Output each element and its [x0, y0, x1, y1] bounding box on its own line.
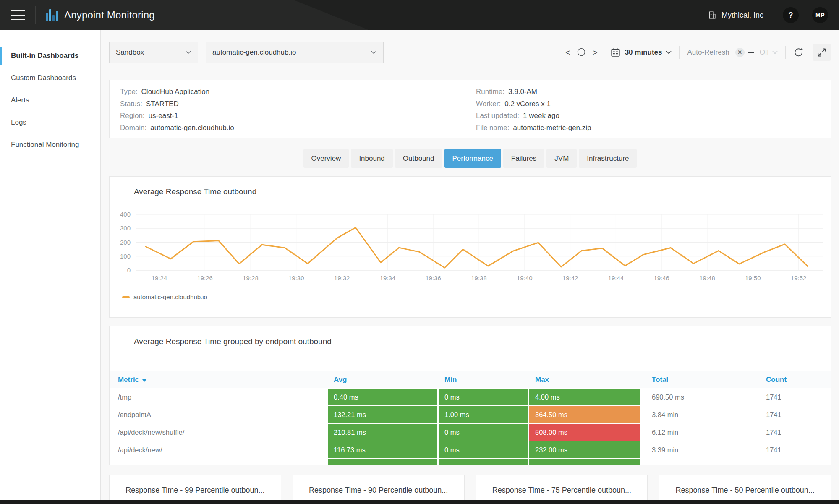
table-row: /api/deck/new/116.73 ms0 ms232.00 ms3.39…: [110, 441, 831, 459]
avatar[interactable]: MP: [812, 7, 828, 23]
tab-infrastructure[interactable]: Infrastructure: [579, 149, 637, 168]
table-header-max[interactable]: Max: [529, 371, 642, 388]
info-value: 0.2 vCores x 1: [504, 98, 551, 110]
max-cell: 364.50 ms: [529, 406, 640, 423]
auto-refresh-interval-select[interactable]: Off: [760, 48, 778, 57]
auto-refresh-toggle[interactable]: ✕: [735, 48, 754, 57]
sidebar-item-built-in-dashboards[interactable]: Built-in Dashboards: [0, 44, 100, 67]
svg-text:19:42: 19:42: [562, 274, 578, 282]
svg-text:19:50: 19:50: [745, 274, 761, 282]
count-cell: 1741: [756, 441, 831, 459]
info-label: Status:: [120, 98, 142, 110]
bar-chart-logo-icon: [46, 9, 58, 21]
sidebar-item-functional-monitoring[interactable]: Functional Monitoring: [0, 133, 100, 156]
calendar-icon: [610, 47, 621, 57]
time-back-button[interactable]: <: [563, 47, 573, 57]
endpoint-table-panel: Average Response Time grouped by endpoin…: [109, 326, 831, 465]
max-cell: 232.00 ms: [529, 441, 640, 458]
environment-select[interactable]: Sandbox: [109, 42, 198, 63]
chart-line-series: [146, 227, 808, 268]
svg-text:19:28: 19:28: [243, 274, 259, 282]
sidebar-item-logs[interactable]: Logs: [0, 111, 100, 133]
metric-cell: /api/deck/new/shuffle/: [110, 423, 328, 441]
table-header-row: MetricAvgMinMaxTotalCount: [110, 371, 831, 388]
line-chart: 010020030040019:2419:2619:2819:3019:3219…: [110, 208, 831, 287]
table-header-min[interactable]: Min: [439, 371, 529, 388]
application-select[interactable]: automatic-gen.cloudhub.io: [206, 42, 384, 63]
toolbar-divider: [785, 46, 786, 59]
refresh-icon: [793, 47, 804, 58]
min-cell: 1.00 ms: [439, 406, 528, 423]
table-row: /api/deck/new/shuffle/210.81 ms0 ms508.0…: [110, 423, 831, 441]
total-cell: 690.50 ms: [642, 388, 756, 406]
svg-text:19:36: 19:36: [425, 274, 441, 282]
fullscreen-expand-icon: [817, 47, 827, 57]
time-forward-button[interactable]: >: [590, 47, 600, 57]
clear-x-icon[interactable]: ✕: [735, 48, 745, 57]
info-value: CloudHub Application: [141, 86, 210, 98]
sort-caret-icon: [142, 379, 146, 382]
info-field-type: Type:CloudHub Application: [120, 86, 234, 98]
percentile-card-title: Response Time - 50 Percentile outboun...: [659, 475, 831, 495]
min-cell: 1.00 ms: [439, 459, 528, 465]
max-cell: 4.00 ms: [529, 389, 640, 405]
chevron-down-icon: [371, 50, 377, 54]
zoom-out-button[interactable]: [576, 47, 587, 58]
table-header-count[interactable]: Count: [756, 371, 831, 388]
info-label: Domain:: [120, 122, 146, 134]
legend-item[interactable]: automatic-gen.cloudhub.io: [122, 293, 207, 300]
svg-text:19:30: 19:30: [288, 274, 304, 282]
svg-text:19:52: 19:52: [791, 274, 807, 282]
dashboard-toolbar: Sandbox automatic-gen.cloudhub.io <: [109, 42, 831, 63]
hamburger-menu-icon[interactable]: [11, 10, 25, 20]
svg-text:19:24: 19:24: [152, 274, 167, 282]
svg-text:19:46: 19:46: [653, 274, 669, 282]
tab-jvm[interactable]: JVM: [546, 149, 577, 168]
magnifier-minus-icon: [576, 47, 587, 58]
min-cell: 0 ms: [439, 389, 528, 405]
tab-inbound[interactable]: Inbound: [351, 149, 392, 168]
application-info-panel: Type:CloudHub ApplicationStatus:STARTEDR…: [109, 80, 831, 138]
fullscreen-button[interactable]: [813, 44, 831, 61]
table-row: /tmp0.40 ms0 ms4.00 ms690.50 ms1741: [110, 388, 831, 406]
svg-text:0: 0: [127, 266, 131, 274]
count-cell: 1741: [756, 423, 831, 441]
metric-cell: /tmp: [110, 388, 328, 406]
table-header-total[interactable]: Total: [642, 371, 756, 388]
toggle-dash-icon: [748, 52, 754, 53]
avg-cell: 0.40 ms: [328, 389, 437, 405]
tab-overview[interactable]: Overview: [303, 149, 349, 168]
info-value: automatic-metric-gen.zip: [513, 122, 591, 134]
info-value: 1 week ago: [523, 110, 559, 122]
svg-text:100: 100: [120, 253, 131, 260]
svg-text:400: 400: [120, 211, 131, 218]
time-range-picker[interactable]: 30 minutes: [610, 47, 672, 57]
toolbar-divider: [679, 46, 680, 59]
count-cell: 1741: [756, 459, 831, 465]
table-header-avg[interactable]: Avg: [328, 371, 439, 388]
refresh-button[interactable]: [793, 47, 804, 58]
info-field-file-name: File name:automatic-metric-gen.zip: [476, 122, 591, 134]
table-header-metric[interactable]: Metric: [110, 371, 328, 388]
svg-text:19:32: 19:32: [334, 274, 350, 282]
help-button[interactable]: ?: [783, 7, 799, 23]
svg-text:19:34: 19:34: [380, 274, 396, 282]
sidebar-item-alerts[interactable]: Alerts: [0, 89, 100, 111]
tab-outbound[interactable]: Outbound: [395, 149, 442, 168]
total-cell: 4.09 min: [642, 459, 756, 465]
chevron-down-icon: [666, 51, 672, 54]
svg-text:200: 200: [120, 239, 131, 246]
info-value: us-east-1: [149, 110, 178, 122]
organization-switcher[interactable]: Mythical, Inc: [708, 10, 763, 20]
info-label: File name:: [476, 122, 509, 134]
tab-performance[interactable]: Performance: [444, 149, 501, 168]
table-row: /endpointA132.21 ms1.00 ms364.50 ms3.84 …: [110, 406, 831, 423]
sidebar-item-custom-dashboards[interactable]: Custom Dashboards: [0, 67, 100, 89]
svg-text:19:44: 19:44: [608, 274, 624, 282]
building-icon: [708, 10, 717, 20]
info-value: STARTED: [146, 98, 179, 110]
dashboard-tabs: OverviewInboundOutboundPerformanceFailur…: [109, 149, 831, 168]
svg-text:19:40: 19:40: [517, 274, 533, 282]
tab-failures[interactable]: Failures: [503, 149, 544, 168]
min-cell: 0 ms: [439, 424, 528, 441]
